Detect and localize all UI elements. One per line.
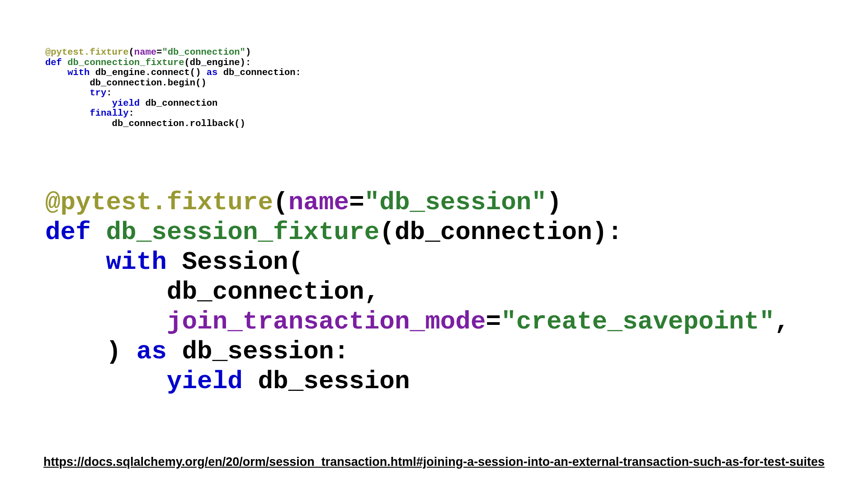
code-token: @pytest.fixture — [45, 47, 129, 57]
code-token: as — [207, 67, 218, 78]
code-token: ) — [245, 47, 251, 57]
code-token: db_session — [243, 367, 410, 396]
code-token: = — [486, 307, 501, 336]
code-token: def — [45, 57, 62, 68]
code-token: join_transaction_mode — [167, 307, 486, 336]
code-token: "db_session" — [364, 188, 547, 217]
code-token: @pytest.fixture — [45, 188, 273, 217]
code-token: db_session_fixture — [106, 218, 379, 247]
code-token: ( — [129, 47, 134, 57]
code-token: name — [288, 188, 349, 217]
code-token: = — [349, 188, 364, 217]
code-block-db-connection-fixture: @pytest.fixture(name="db_connection") de… — [45, 47, 301, 129]
code-token: finally — [90, 108, 128, 118]
code-block-db-session-fixture: @pytest.fixture(name="db_session") def d… — [45, 188, 790, 397]
code-token: name — [134, 47, 156, 57]
code-token: def — [45, 218, 91, 247]
code-token: ) — [547, 188, 562, 217]
code-token: db_connection_fixture — [67, 57, 184, 68]
code-token — [91, 218, 106, 247]
code-token: "db_connection" — [162, 47, 245, 57]
reference-url-link[interactable]: https://docs.sqlalchemy.org/en/20/orm/se… — [0, 455, 868, 469]
code-token: ( — [273, 188, 288, 217]
code-token: = — [156, 47, 162, 57]
code-token: try — [90, 88, 106, 98]
code-token: yield — [112, 98, 140, 108]
code-token: "create_savepoint" — [501, 307, 774, 336]
code-token: with — [106, 248, 166, 277]
code-token: with — [67, 67, 90, 78]
code-token — [62, 57, 67, 68]
code-token: db_engine.connect() — [90, 67, 206, 78]
code-token: as — [137, 337, 167, 366]
code-token: yield — [167, 367, 243, 396]
